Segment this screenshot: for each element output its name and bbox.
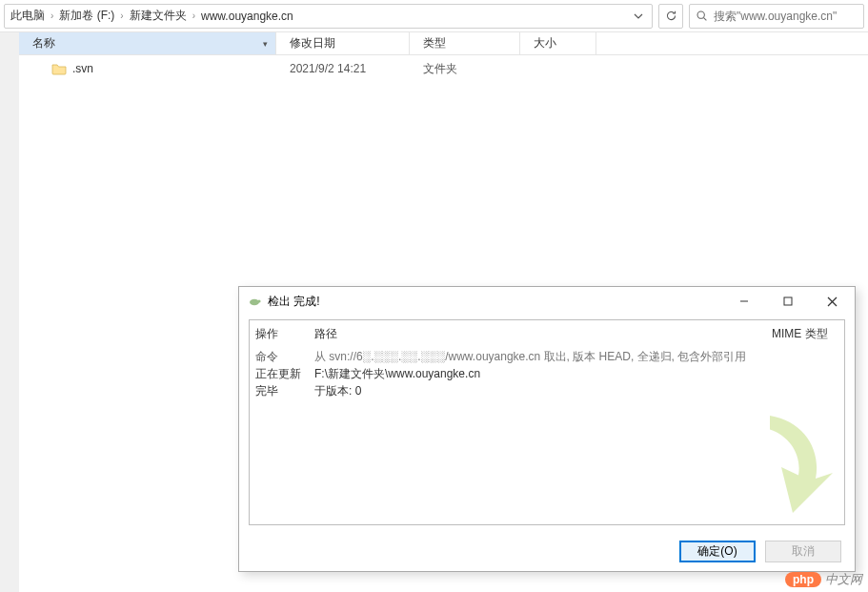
file-name: .svn (72, 62, 93, 75)
watermark-text: 中文网 (825, 571, 862, 588)
log-row: 完毕 于版本: 0 (255, 382, 838, 399)
log-row: 命令 从 svn://6░.░░░.░░.░░░/www.ouyangke.cn… (255, 348, 838, 365)
breadcrumb[interactable]: 此电脑 (10, 8, 45, 24)
svg-point-2 (250, 299, 259, 305)
column-label: 名称 (32, 35, 55, 51)
header-path: 路径 (314, 326, 772, 342)
dialog-footer: 确定(O) 取消 (239, 531, 855, 571)
svg-point-3 (257, 299, 260, 302)
file-type: 文件夹 (410, 61, 520, 77)
svg-line-1 (704, 18, 707, 21)
column-label: 大小 (534, 35, 556, 51)
chevron-right-icon[interactable]: › (49, 10, 55, 21)
file-date: 2021/9/2 14:21 (276, 62, 410, 75)
column-date[interactable]: 修改日期 (276, 32, 410, 54)
column-type[interactable]: 类型 (410, 32, 520, 54)
folder-icon (51, 62, 67, 75)
column-label: 修改日期 (290, 35, 335, 51)
log-path: F:\新建文件夹\www.ouyangke.cn (314, 365, 838, 382)
log-op: 完毕 (255, 382, 314, 399)
log-op: 正在更新 (255, 365, 314, 382)
header-mime: MIME 类型 (772, 326, 838, 342)
svg-point-0 (697, 11, 704, 18)
sort-caret-icon: ▾ (263, 39, 268, 49)
refresh-button[interactable] (658, 4, 683, 29)
breadcrumb[interactable]: www.ouyangke.cn (201, 10, 293, 23)
breadcrumb[interactable]: 新建文件夹 (130, 8, 187, 24)
log-row: 正在更新 F:\新建文件夹\www.ouyangke.cn (255, 365, 838, 382)
left-gutter (0, 32, 19, 592)
log-path: 从 svn://6░.░░░.░░.░░░/www.ouyangke.cn 取出… (314, 348, 838, 365)
watermark: php 中文网 (785, 571, 862, 588)
search-box[interactable] (689, 4, 864, 29)
column-name[interactable]: 名称 ▾ (19, 32, 276, 54)
column-size[interactable]: 大小 (520, 32, 596, 54)
column-headers: 名称 ▾ 修改日期 类型 大小 (19, 32, 868, 55)
checkout-dialog: 检出 完成! 操作 路径 MIME 类型 命令 从 svn://6░.░░░.░… (238, 286, 856, 572)
search-icon (696, 10, 708, 22)
address-bar[interactable]: 此电脑 › 新加卷 (F:) › 新建文件夹 › www.ouyangke.cn (4, 4, 653, 29)
watermark-badge: php (785, 572, 821, 587)
dialog-list-header: 操作 路径 MIME 类型 (255, 324, 838, 348)
address-toolbar: 此电脑 › 新加卷 (F:) › 新建文件夹 › www.ouyangke.cn (0, 0, 868, 32)
arrow-down-icon (724, 404, 838, 519)
dialog-titlebar[interactable]: 检出 完成! (239, 287, 855, 316)
dialog-title: 检出 完成! (268, 294, 320, 310)
file-row[interactable]: .svn 2021/9/2 14:21 文件夹 (19, 55, 868, 76)
ok-button[interactable]: 确定(O) (679, 541, 756, 562)
tortoise-icon (247, 294, 262, 309)
search-input[interactable] (714, 10, 858, 23)
close-button[interactable] (813, 288, 851, 315)
cancel-button: 取消 (765, 541, 841, 562)
chevron-right-icon[interactable]: › (191, 10, 197, 21)
log-op: 命令 (255, 348, 314, 365)
chevron-right-icon[interactable]: › (118, 10, 125, 21)
log-path: 于版本: 0 (314, 382, 838, 399)
breadcrumb[interactable]: 新加卷 (F:) (59, 8, 114, 24)
history-dropdown-icon[interactable] (631, 9, 646, 24)
svg-rect-5 (784, 297, 792, 305)
dialog-body: 操作 路径 MIME 类型 命令 从 svn://6░.░░░.░░.░░░/w… (249, 319, 845, 525)
header-operation: 操作 (255, 326, 314, 342)
minimize-button[interactable] (725, 288, 763, 315)
column-label: 类型 (423, 35, 446, 51)
maximize-button[interactable] (769, 288, 807, 315)
